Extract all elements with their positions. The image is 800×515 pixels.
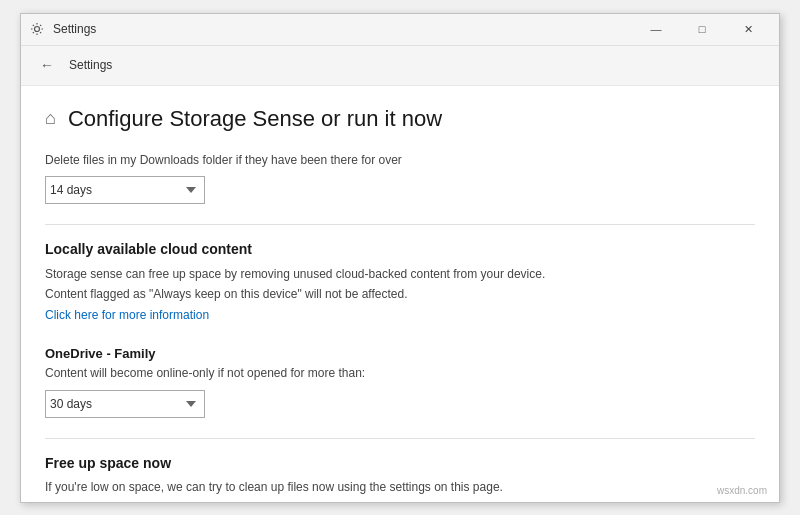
settings-icon	[29, 21, 45, 37]
window-title: Settings	[53, 22, 96, 36]
onedrive-dropdown[interactable]: Never 1 day 14 days 30 days 60 days	[45, 390, 205, 418]
downloads-description: Delete files in my Downloads folder if t…	[45, 152, 755, 169]
nav-breadcrumb: Settings	[69, 58, 112, 72]
window-controls: — □ ✕	[633, 13, 771, 45]
maximize-button[interactable]: □	[679, 13, 725, 45]
settings-window: Settings — □ ✕ ← Settings ⌂ Configure St…	[20, 13, 780, 503]
onedrive-description: Content will become online-only if not o…	[45, 365, 755, 382]
page-title: Configure Storage Sense or run it now	[68, 106, 442, 132]
free-space-section: Free up space now If you're low on space…	[45, 455, 755, 501]
onedrive-label: OneDrive - Family	[45, 346, 755, 361]
cloud-info-2: Content flagged as "Always keep on this …	[45, 285, 755, 303]
home-icon: ⌂	[45, 108, 56, 129]
cloud-section: Locally available cloud content Storage …	[45, 241, 755, 418]
cloud-info-1: Storage sense can free up space by remov…	[45, 265, 755, 283]
svg-point-0	[35, 27, 40, 32]
cloud-link[interactable]: Click here for more information	[45, 308, 209, 322]
page-header: ⌂ Configure Storage Sense or run it now	[45, 106, 755, 132]
content-area: ⌂ Configure Storage Sense or run it now …	[21, 86, 779, 502]
onedrive-dropdown-container: Never 1 day 14 days 30 days 60 days	[45, 390, 755, 418]
downloads-section: Delete files in my Downloads folder if t…	[45, 152, 755, 205]
watermark: wsxdn.com	[717, 485, 767, 496]
back-button[interactable]: ←	[33, 51, 61, 79]
divider-1	[45, 224, 755, 225]
free-space-heading: Free up space now	[45, 455, 755, 471]
minimize-button[interactable]: —	[633, 13, 679, 45]
free-space-description: If you're low on space, we can try to cl…	[45, 479, 755, 496]
title-bar-left: Settings	[29, 21, 96, 37]
onedrive-block: OneDrive - Family Content will become on…	[45, 346, 755, 418]
downloads-dropdown-container: Never 1 day 14 days 30 days 60 days	[45, 176, 755, 204]
nav-bar: ← Settings	[21, 46, 779, 86]
cloud-heading: Locally available cloud content	[45, 241, 755, 257]
title-bar: Settings — □ ✕	[21, 14, 779, 46]
divider-2	[45, 438, 755, 439]
back-icon: ←	[40, 57, 54, 73]
close-button[interactable]: ✕	[725, 13, 771, 45]
downloads-dropdown[interactable]: Never 1 day 14 days 30 days 60 days	[45, 176, 205, 204]
